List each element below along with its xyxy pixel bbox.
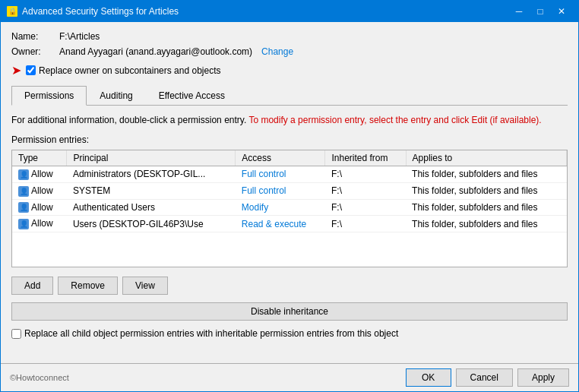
- change-link[interactable]: Change: [261, 46, 293, 57]
- cell-principal: Users (DESKTOP-GIL46P3\Use: [67, 216, 236, 232]
- cell-applies-to: This folder, subfolders and files: [406, 182, 566, 199]
- cell-type: 👤Allow: [12, 182, 67, 199]
- col-principal: Principal: [67, 150, 236, 166]
- cell-type: 👤Allow: [12, 166, 67, 183]
- user-icon: 👤: [18, 219, 29, 229]
- cancel-button[interactable]: Cancel: [456, 368, 513, 387]
- permissions-table-container: Type Principal Access Inherited from App…: [11, 150, 568, 267]
- cell-principal: Administrators (DESKTOP-GIL...: [67, 166, 236, 183]
- ok-button[interactable]: OK: [406, 368, 451, 387]
- minimize-button[interactable]: ─: [508, 1, 530, 22]
- cell-access: Full control: [236, 182, 325, 199]
- name-label: Name:: [11, 31, 53, 42]
- cell-type: 👤Allow: [12, 199, 67, 216]
- user-icon: 👤: [18, 202, 29, 213]
- cell-principal: SYSTEM: [67, 182, 236, 199]
- tab-effective-access[interactable]: Effective Access: [146, 86, 238, 106]
- tab-auditing[interactable]: Auditing: [87, 86, 145, 106]
- replace-child-label: Replace all child object permission entr…: [24, 328, 398, 339]
- disable-inheritance-button[interactable]: Disable inheritance: [11, 302, 568, 321]
- cell-applies-to: This folder, subfolders and files: [406, 216, 566, 232]
- owner-value: Anand Ayyagari (anand.ayyagari@outlook.c…: [59, 46, 252, 57]
- apply-button[interactable]: Apply: [517, 368, 569, 387]
- window-title: Advanced Security Settings for Articles: [22, 6, 504, 17]
- window: 🔒 Advanced Security Settings for Article…: [0, 0, 579, 392]
- table-row[interactable]: 👤Allow Users (DESKTOP-GIL46P3\Use Read &…: [12, 216, 567, 232]
- cell-principal: Authenticated Users: [67, 199, 236, 216]
- action-buttons-row: Add Remove View: [11, 277, 568, 295]
- cell-access: Modify: [236, 199, 325, 216]
- permission-entries-label: Permission entries:: [11, 134, 568, 145]
- cell-access: Read & execute: [236, 216, 325, 232]
- col-applies-to: Applies to: [406, 150, 566, 166]
- info-text: For additional information, double-click…: [11, 113, 568, 127]
- replace-owner-label: Replace owner on subcontainers and objec…: [39, 65, 220, 76]
- cell-inherited-from: F:\: [325, 199, 406, 216]
- name-row: Name: F:\Articles: [11, 31, 568, 42]
- cell-type: 👤Allow: [12, 216, 67, 232]
- copyright-text: ©Howtoconnect: [10, 373, 69, 382]
- cell-inherited-from: F:\: [325, 182, 406, 199]
- cell-inherited-from: F:\: [325, 216, 406, 232]
- remove-button[interactable]: Remove: [58, 277, 118, 295]
- close-button[interactable]: ✕: [551, 1, 572, 22]
- cell-access: Full control: [236, 166, 325, 183]
- tab-permissions[interactable]: Permissions: [11, 86, 87, 106]
- window-icon: 🔒: [7, 6, 17, 17]
- replace-child-checkbox[interactable]: [11, 329, 21, 339]
- titlebar-buttons: ─ □ ✕: [508, 1, 572, 22]
- user-icon: 👤: [18, 186, 29, 197]
- cell-applies-to: This folder, subfolders and files: [406, 166, 566, 183]
- red-arrow-icon: ➤: [11, 63, 21, 77]
- col-inherited-from: Inherited from: [325, 150, 406, 166]
- replace-owner-checkbox[interactable]: [26, 65, 36, 75]
- owner-row: Owner: Anand Ayyagari (anand.ayyagari@ou…: [11, 46, 568, 57]
- tabs-bar: Permissions Auditing Effective Access: [11, 85, 568, 106]
- col-access: Access: [236, 150, 325, 166]
- view-button[interactable]: View: [122, 277, 168, 295]
- name-value: F:\Articles: [59, 31, 100, 42]
- table-row[interactable]: 👤Allow Administrators (DESKTOP-GIL... Fu…: [12, 166, 567, 183]
- cell-inherited-from: F:\: [325, 166, 406, 183]
- owner-label: Owner:: [11, 46, 53, 57]
- table-header-row: Type Principal Access Inherited from App…: [12, 150, 567, 166]
- replace-owner-checkbox-row: Replace owner on subcontainers and objec…: [26, 65, 220, 76]
- table-body: 👤Allow Administrators (DESKTOP-GIL... Fu…: [12, 166, 567, 232]
- titlebar: 🔒 Advanced Security Settings for Article…: [1, 1, 578, 22]
- replace-owner-row: ➤ Replace owner on subcontainers and obj…: [11, 63, 568, 77]
- footer: ©Howtoconnect OK Cancel Apply: [1, 363, 578, 391]
- add-button[interactable]: Add: [11, 277, 53, 295]
- table-row[interactable]: 👤Allow Authenticated Users Modify F:\ Th…: [12, 199, 567, 216]
- table-row[interactable]: 👤Allow SYSTEM Full control F:\ This fold…: [12, 182, 567, 199]
- permissions-table: Type Principal Access Inherited from App…: [12, 150, 567, 232]
- cell-applies-to: This folder, subfolders and files: [406, 199, 566, 216]
- col-type: Type: [12, 150, 67, 166]
- user-icon: 👤: [18, 169, 29, 180]
- maximize-button[interactable]: □: [530, 1, 551, 22]
- replace-child-row: Replace all child object permission entr…: [11, 328, 568, 339]
- footer-buttons: OK Cancel Apply: [406, 368, 569, 387]
- info-text-highlight: To modify a permission entry, select the…: [248, 115, 541, 125]
- main-content: Name: F:\Articles Owner: Anand Ayyagari …: [1, 22, 578, 363]
